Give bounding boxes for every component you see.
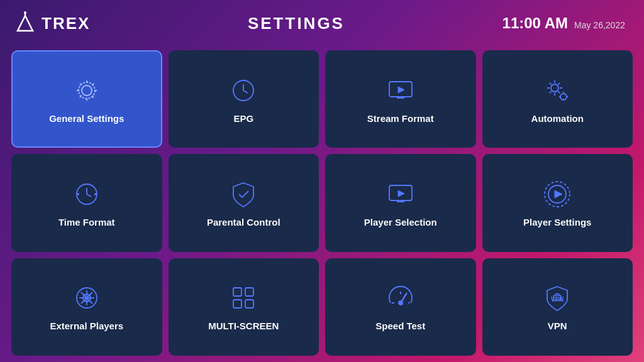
grid-4-icon — [227, 282, 260, 314]
grid-item-vpn-label: VPN — [548, 321, 567, 332]
svg-point-3 — [82, 85, 92, 96]
grid-item-multi-screen[interactable]: MULTI-SCREEN — [169, 258, 319, 356]
grid-item-speed-test-label: Speed Test — [375, 321, 425, 332]
grid-item-general-settings-label: General Settings — [49, 113, 124, 124]
grid-item-player-selection[interactable]: Player Selection — [325, 154, 476, 251]
header-title: SETTINGS — [248, 14, 345, 33]
svg-point-4 — [79, 82, 95, 99]
svg-rect-26 — [233, 288, 242, 296]
svg-rect-28 — [233, 300, 242, 308]
grid-item-external-players-label: External Players — [50, 321, 123, 332]
logo: TREX — [13, 11, 90, 36]
logo-icon — [13, 11, 38, 36]
svg-marker-18 — [555, 190, 562, 198]
svg-point-2 — [24, 11, 26, 14]
grid-item-player-settings-label: Player Settings — [523, 217, 591, 228]
grid-item-stream-format[interactable]: Stream Format — [325, 50, 476, 148]
gear-play-icon — [541, 178, 574, 211]
grid-item-time-format[interactable]: Time Format — [11, 154, 162, 251]
grid-item-parental-control[interactable]: Parental Control — [169, 154, 319, 251]
grid-item-vpn[interactable]: VPN VPN — [482, 258, 633, 356]
grid-item-automation-label: Automation — [531, 113, 584, 124]
header-datetime: 11:00 AM May 26,2022 — [502, 14, 625, 32]
play-screen-icon — [384, 74, 417, 107]
clock-alt-icon — [70, 178, 103, 211]
grid-item-speed-test[interactable]: Speed Test — [325, 258, 476, 356]
header-date: May 26,2022 — [574, 20, 625, 30]
clock-icon — [227, 74, 260, 107]
grid-item-player-selection-label: Player Selection — [364, 217, 437, 228]
grid-item-multi-screen-label: MULTI-SCREEN — [208, 321, 279, 332]
grid-item-player-settings[interactable]: Player Settings — [482, 154, 633, 251]
grid-item-stream-format-label: Stream Format — [367, 113, 434, 124]
svg-text:VPN: VPN — [551, 296, 564, 303]
svg-marker-0 — [18, 16, 33, 31]
grid-item-automation[interactable]: Automation — [482, 50, 633, 148]
header: TREX SETTINGS 11:00 AM May 26,2022 — [0, 0, 644, 44]
logo-text: TREX — [42, 14, 90, 33]
gear-cog-icon — [541, 74, 574, 107]
svg-rect-27 — [245, 288, 253, 296]
speedometer-icon — [384, 282, 417, 314]
grid-item-general-settings[interactable]: General Settings — [11, 50, 162, 148]
svg-rect-29 — [245, 300, 253, 308]
grid-item-parental-control-label: Parental Control — [207, 217, 280, 228]
svg-point-9 — [551, 84, 558, 92]
grid-item-epg-label: EPG — [233, 113, 253, 124]
grid-item-time-format-label: Time Format — [58, 217, 115, 228]
gear-icon — [70, 74, 103, 107]
vpn-shield-icon: VPN — [541, 282, 574, 314]
shield-check-icon — [227, 178, 260, 211]
svg-point-31 — [399, 301, 402, 305]
settings-grid: General Settings EPG Stream Format Autom… — [0, 44, 644, 362]
grid-item-epg[interactable]: EPG — [169, 50, 319, 148]
play-screen-alt-icon — [384, 178, 417, 211]
svg-marker-7 — [398, 87, 404, 93]
grid-item-external-players[interactable]: External Players — [11, 258, 162, 356]
header-time: 11:00 AM — [502, 14, 568, 32]
external-icon — [70, 282, 103, 314]
svg-marker-15 — [398, 190, 404, 197]
